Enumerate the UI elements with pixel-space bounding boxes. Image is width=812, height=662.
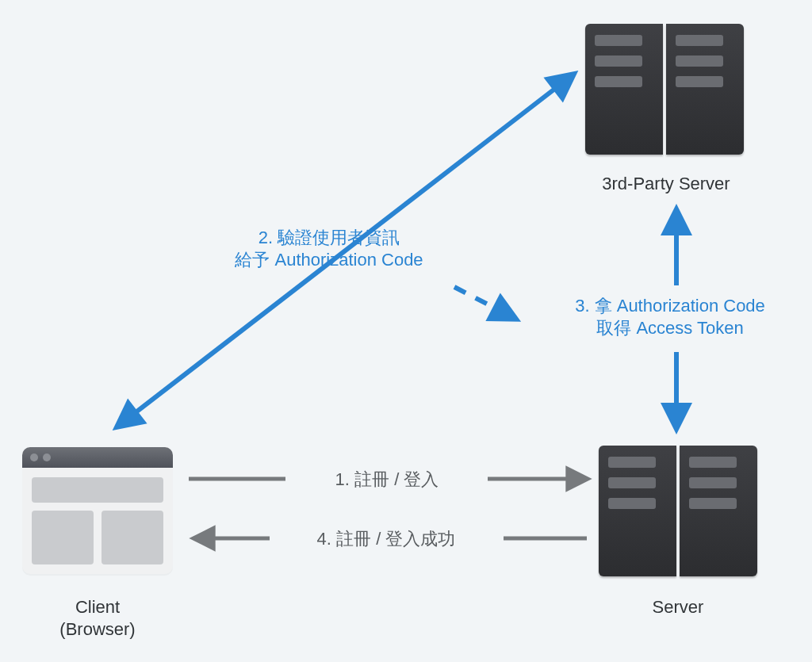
step1-label: 1. 註冊 / 登入 [292,469,482,491]
server-rack-icon [666,24,744,155]
third-party-label: 3rd-Party Server [575,173,757,195]
server-rack-icon [680,446,757,576]
browser-body [22,468,173,574]
client-label: Client (Browser) [22,596,173,641]
step4-label: 4. 註冊 / 登入成功 [271,528,501,550]
client-browser-node [22,447,173,574]
step2-label: 2. 驗證使用者資訊 給予 Authorization Code [198,227,460,271]
oauth-flow-diagram: { "nodes": { "client": { "label": "Clien… [0,0,812,662]
server-node [599,446,757,576]
window-dot-icon [43,453,51,461]
server-label: Server [599,596,757,618]
browser-content-bar [32,477,163,503]
step3-label: 3. 拿 Authorization Code 取得 Access Token [539,295,801,339]
window-dot-icon [30,453,38,461]
server-rack-icon [585,24,663,155]
browser-titlebar [22,447,173,468]
browser-content-bar [32,511,94,564]
browser-content-bar [102,511,163,564]
redirect-dashed-arrow [454,287,515,319]
server-rack-icon [599,446,676,576]
third-party-server-node [585,24,744,155]
